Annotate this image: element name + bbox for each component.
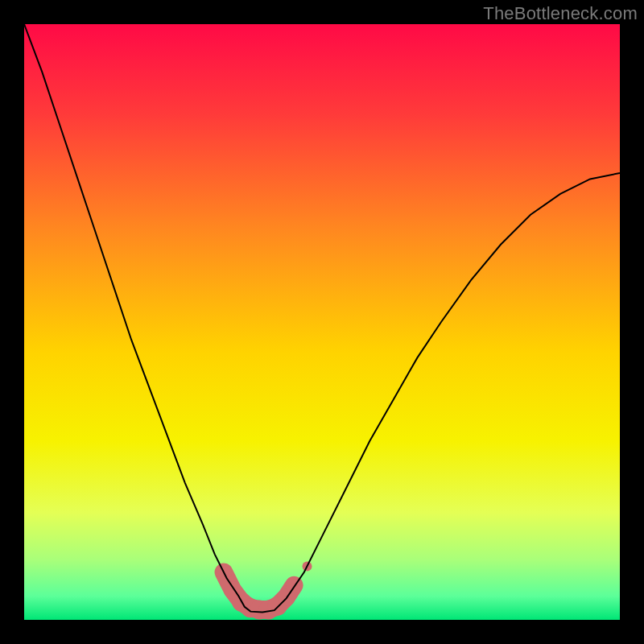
- gradient-background: [24, 24, 620, 620]
- plot-area: [24, 24, 620, 620]
- chart-frame: TheBottleneck.com: [0, 0, 644, 644]
- watermark-text: TheBottleneck.com: [483, 3, 638, 24]
- chart-svg: [24, 24, 620, 620]
